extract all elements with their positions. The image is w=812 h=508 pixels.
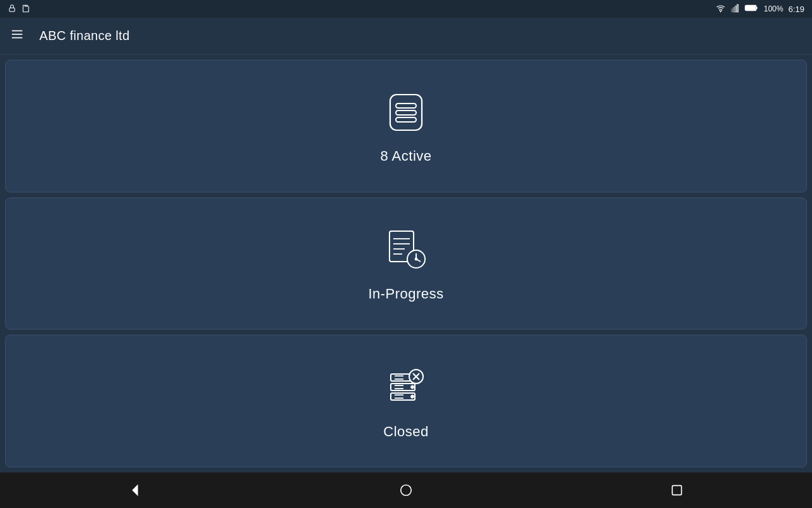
status-bar: 100% 6:19 (0, 0, 812, 18)
svg-rect-9 (746, 6, 756, 10)
svg-marker-41 (133, 486, 138, 495)
closed-card[interactable]: Closed (5, 335, 807, 467)
svg-point-42 (401, 485, 412, 496)
app-title: ABC finance ltd (39, 29, 129, 43)
svg-point-35 (411, 395, 414, 398)
svg-rect-43 (672, 486, 681, 495)
home-button[interactable] (387, 478, 425, 503)
menu-button[interactable] (10, 27, 24, 44)
active-label: 8 Active (380, 148, 431, 164)
svg-rect-13 (390, 95, 422, 130)
svg-rect-0 (10, 8, 15, 11)
status-bar-left (8, 4, 30, 15)
sd-card-icon (22, 4, 30, 15)
closed-label: Closed (383, 424, 428, 440)
wifi-icon (716, 4, 726, 15)
battery-icon (745, 4, 759, 14)
active-icon (381, 87, 431, 138)
svg-rect-4 (731, 9, 733, 12)
in-progress-label: In-Progress (368, 286, 443, 302)
closed-icon (381, 363, 431, 413)
svg-rect-16 (396, 117, 416, 122)
main-content: 8 Active In-Progress (0, 55, 812, 472)
in-progress-icon (381, 225, 431, 276)
battery-percent: 100% (764, 4, 783, 13)
svg-point-25 (416, 258, 417, 260)
svg-point-31 (411, 385, 414, 388)
svg-rect-14 (396, 104, 416, 108)
signal-icon (731, 4, 740, 15)
svg-rect-15 (396, 110, 416, 115)
time-display: 6:19 (789, 4, 804, 14)
active-card[interactable]: 8 Active (5, 60, 807, 192)
svg-rect-6 (735, 6, 737, 11)
recent-button[interactable] (658, 478, 696, 503)
status-bar-right: 100% 6:19 (716, 4, 804, 15)
svg-rect-7 (737, 4, 738, 12)
bottom-nav (0, 472, 812, 508)
back-button[interactable] (116, 478, 154, 503)
app-bar: ABC finance ltd (0, 18, 812, 55)
lock-icon (8, 4, 16, 15)
in-progress-card[interactable]: In-Progress (5, 197, 807, 330)
svg-rect-5 (733, 7, 735, 11)
